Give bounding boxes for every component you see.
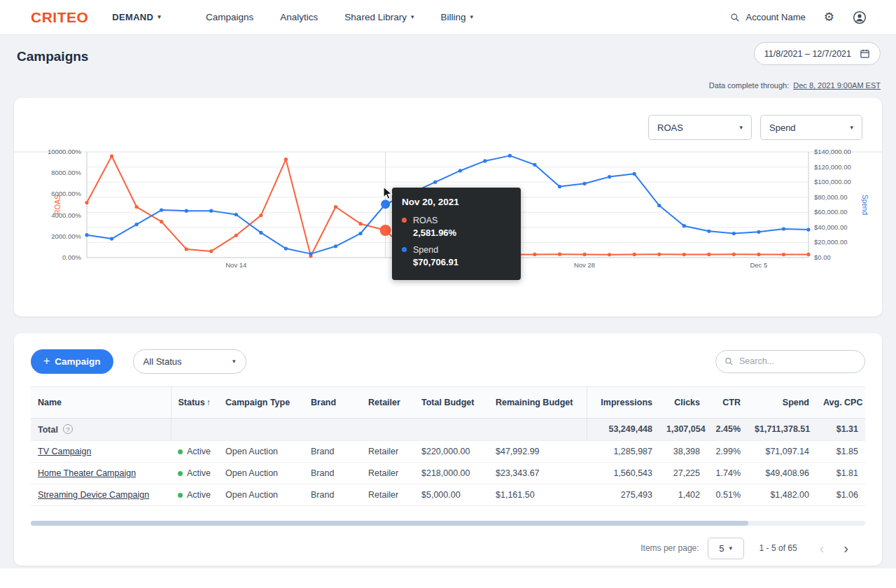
chevron-down-icon: ▾ (729, 545, 732, 552)
table-row[interactable]: Home Theater CampaignActiveOpen AuctionB… (31, 462, 865, 484)
svg-text:Spend: Spend (861, 195, 869, 215)
date-range-picker[interactable]: 11/8/2021 – 12/7/2021 (754, 42, 881, 65)
column-label: Impressions (601, 398, 652, 407)
settings-gear-icon[interactable]: ⚙ (824, 11, 834, 23)
left-metric-value: ROAS (657, 122, 683, 133)
column-header-brand[interactable]: Brand (304, 387, 361, 419)
tooltip-metric-label: ROAS (413, 216, 456, 225)
right-metric-value: Spend (769, 122, 796, 133)
cell-type: Open Auction (218, 440, 304, 462)
svg-text:Dec 5: Dec 5 (750, 261, 767, 269)
column-label: Spend (783, 398, 809, 407)
svg-text:ROAS: ROAS (54, 195, 62, 215)
cell-status: Active (171, 484, 218, 505)
search-input[interactable] (739, 356, 856, 366)
column-header-clicks[interactable]: Clicks (659, 387, 707, 419)
account-name-label: Account Name (746, 12, 805, 22)
column-header-remaining_budget[interactable]: Remaining Budget (489, 387, 587, 419)
account-avatar-icon[interactable] (853, 10, 867, 24)
right-metric-select[interactable]: Spend ▾ (760, 115, 862, 140)
total-clicks: 1,307,054 (659, 419, 707, 441)
cell-retailer: Retailer (361, 484, 414, 505)
table-row[interactable]: Streaming Device CampaignActiveOpen Auct… (31, 484, 865, 505)
nav-shared-library-label: Shared Library (344, 12, 407, 22)
column-header-impressions[interactable]: Impressions (587, 387, 659, 419)
horizontal-scrollbar[interactable] (31, 521, 865, 526)
left-metric-select[interactable]: ROAS ▾ (648, 115, 752, 140)
cell-clicks: 38,398 (659, 440, 707, 462)
column-header-spend[interactable]: Spend (748, 387, 816, 419)
prev-page-button[interactable]: ‹ (820, 541, 825, 555)
tooltip-date: Nov 20, 2021 (402, 197, 511, 207)
page-range-label: 1 - 5 of 65 (760, 543, 797, 553)
chevron-down-icon: ▾ (470, 14, 473, 20)
nav-links: Campaigns Analytics Shared Library▾ Bill… (206, 12, 473, 22)
campaign-name-link[interactable]: Home Theater Campaign (38, 468, 136, 478)
campaign-name-link[interactable]: TV Campaign (38, 447, 91, 456)
tooltip-metric-row: ROAS2,581.96% (402, 216, 511, 238)
svg-text:$100,000.00: $100,000.00 (814, 178, 851, 186)
chart-area[interactable]: 0.00%2000.00%4000.00%6000.00%8000.00%100… (14, 140, 882, 315)
next-page-button[interactable]: › (844, 541, 848, 555)
total-ctr: 2.45% (707, 419, 748, 441)
column-label: Campaign Type (225, 398, 290, 407)
column-label: Total Budget (421, 398, 474, 407)
column-header-ctr[interactable]: CTR (707, 387, 748, 419)
performance-chart-card: ROAS ▾ Spend ▾ 0.00%2000.00%4000.00%6000… (14, 98, 882, 316)
data-complete-note: Data complete through: Dec 8, 2021 9:00A… (709, 81, 881, 90)
svg-text:2000.00%: 2000.00% (51, 232, 81, 240)
cell-ctr: 1.74% (707, 462, 748, 484)
demand-menu[interactable]: DEMAND ▾ (112, 12, 161, 22)
cell-total_budget: $220,000.00 (414, 440, 489, 462)
nav-shared-library[interactable]: Shared Library▾ (344, 12, 414, 22)
data-complete-link[interactable]: Dec 8, 2021 9:00AM EST (793, 81, 881, 90)
cell-ctr: 2.99% (707, 440, 748, 462)
cell-remaining_budget: $1,161.50 (489, 484, 587, 505)
demand-label: DEMAND (112, 12, 153, 22)
campaign-name-link[interactable]: Streaming Device Campaign (38, 490, 149, 500)
cell-avg_cpc: $1.06 (816, 484, 865, 505)
cell-spend: $71,097.14 (748, 440, 816, 462)
nav-campaigns[interactable]: Campaigns (206, 12, 253, 22)
chevron-down-icon: ▾ (850, 125, 853, 131)
total-remaining_budget (489, 419, 587, 441)
column-header-name[interactable]: Name (31, 387, 171, 419)
active-status-dot (178, 449, 183, 454)
status-filter-select[interactable]: All Status ▾ (133, 349, 246, 374)
new-campaign-button[interactable]: + Campaign (31, 349, 113, 374)
scrollbar-thumb[interactable] (31, 521, 748, 526)
svg-text:10000.00%: 10000.00% (48, 148, 82, 155)
column-header-status[interactable]: Status↑ (171, 387, 218, 419)
page-background: Campaigns 11/8/2021 – 12/7/2021 Data com… (0, 35, 896, 568)
chevron-down-icon: ▾ (158, 14, 161, 20)
page-title: Campaigns (17, 49, 88, 64)
total-retailer (361, 419, 414, 441)
help-icon[interactable]: ? (63, 424, 73, 434)
svg-text:$20,000.00: $20,000.00 (814, 238, 848, 246)
column-label: Name (38, 398, 62, 407)
criteo-logo[interactable]: CRITEO (31, 9, 88, 26)
svg-text:$120,000.00: $120,000.00 (814, 163, 851, 171)
cell-name: Home Theater Campaign (31, 462, 171, 484)
column-header-total_budget[interactable]: Total Budget (414, 387, 489, 419)
cell-name: TV Campaign (31, 440, 171, 462)
column-header-retailer[interactable]: Retailer (361, 387, 414, 419)
svg-text:$140,000.00: $140,000.00 (814, 148, 851, 155)
cell-ctr: 0.51% (707, 484, 748, 505)
column-header-type[interactable]: Campaign Type (218, 387, 304, 419)
active-status-dot (178, 493, 183, 498)
cell-clicks: 27,225 (659, 462, 707, 484)
items-per-page-select[interactable]: 5 ▾ (708, 538, 744, 559)
cell-spend: $49,408.96 (748, 462, 816, 484)
nav-analytics-label: Analytics (280, 12, 318, 22)
chevron-down-icon: ▾ (232, 358, 236, 365)
nav-billing[interactable]: Billing▾ (440, 12, 473, 22)
column-header-avg_cpc[interactable]: Avg. CPC (816, 387, 865, 419)
cell-impressions: 1,285,987 (587, 440, 659, 462)
date-range-value: 11/8/2021 – 12/7/2021 (764, 49, 851, 59)
cell-brand: Brand (304, 440, 361, 462)
table-row[interactable]: TV CampaignActiveOpen AuctionBrandRetail… (31, 440, 865, 462)
campaigns-table: NameStatus↑Campaign TypeBrandRetailerTot… (31, 386, 865, 506)
nav-analytics[interactable]: Analytics (280, 12, 318, 22)
account-switcher[interactable]: Account Name (730, 12, 805, 22)
